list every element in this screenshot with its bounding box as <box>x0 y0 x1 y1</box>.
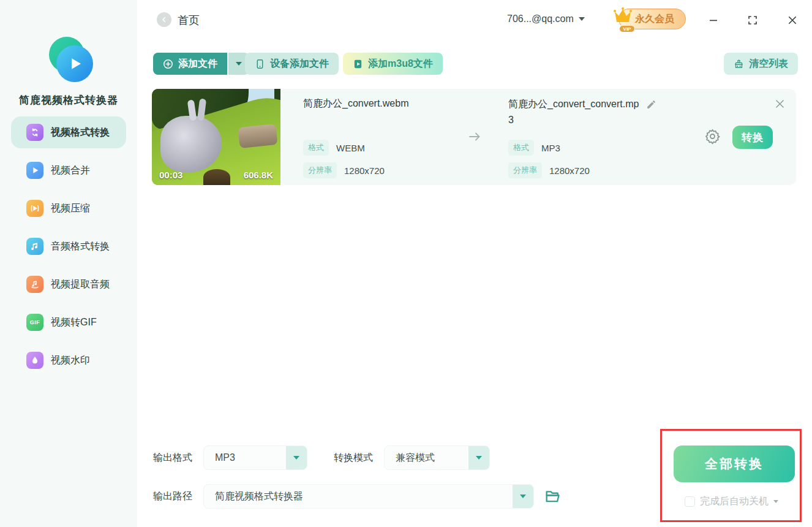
convert-mode-select[interactable]: 兼容模式 <box>384 445 490 470</box>
clear-list-label: 清空列表 <box>749 58 788 70</box>
page-title: 首页 <box>178 13 200 28</box>
resolution-tag: 分辨率 <box>508 162 542 178</box>
file-row: 00:03 606.8K 简鹿办公_convert.webm 格式 WEBM 分… <box>152 89 796 185</box>
video-compress-icon <box>26 200 43 217</box>
video-convert-icon <box>26 124 43 141</box>
convert-button[interactable]: 转换 <box>732 126 773 149</box>
convert-button-label: 转换 <box>742 131 764 145</box>
maximize-button[interactable] <box>746 13 759 27</box>
target-format-line: 格式 MP3 <box>508 140 560 156</box>
back-button[interactable] <box>157 12 171 27</box>
output-format-label: 输出格式 <box>153 445 192 470</box>
convert-all-label: 全部转换 <box>705 455 764 472</box>
sidebar-item-video-compress[interactable]: 视频压缩 <box>11 192 126 224</box>
output-format-select[interactable]: MP3 <box>203 445 307 470</box>
sidebar-item-label: 视频格式转换 <box>51 126 110 139</box>
output-path-label: 输出路径 <box>153 484 192 509</box>
dropdown-arrow <box>286 446 307 469</box>
source-resolution-line: 分辨率 1280x720 <box>303 162 385 178</box>
target-file-name: 简鹿办公_convert_convert.mp3 <box>508 96 641 128</box>
broom-icon <box>734 59 744 69</box>
sidebar-item-extract-audio[interactable]: 视频提取音频 <box>11 268 126 300</box>
vip-tag: VIP <box>619 25 635 32</box>
video-size: 606.8K <box>244 170 273 180</box>
sidebar-item-label: 视频提取音频 <box>51 278 110 291</box>
video-thumbnail: 00:03 606.8K <box>152 89 280 185</box>
back-arrow-icon <box>160 16 168 23</box>
source-format-value: WEBM <box>336 143 365 153</box>
video-merge-icon <box>26 162 43 179</box>
sidebar-item-audio-format-convert[interactable]: 音频格式转换 <box>11 230 126 262</box>
add-file-button-group: 添加文件 <box>153 53 249 75</box>
target-format-value: MP3 <box>541 143 560 153</box>
format-tag: 格式 <box>508 140 534 156</box>
dropdown-arrow <box>513 485 533 508</box>
sidebar-item-video-merge[interactable]: 视频合并 <box>11 154 126 186</box>
source-file-name: 简鹿办公_convert.webm <box>303 97 409 110</box>
auto-shutdown-checkbox[interactable] <box>685 496 695 507</box>
source-format-line: 格式 WEBM <box>303 140 365 156</box>
chevron-down-icon <box>293 456 299 460</box>
sidebar-item-label: 视频压缩 <box>51 202 90 215</box>
chevron-down-icon <box>476 456 482 460</box>
close-icon <box>787 15 798 26</box>
minimize-button[interactable] <box>707 13 720 27</box>
sidebar-item-video-format-convert[interactable]: 视频格式转换 <box>11 116 126 148</box>
vip-badge[interactable]: VIP 永久会员 <box>618 9 686 29</box>
remove-file-button[interactable] <box>774 98 786 112</box>
output-format-value: MP3 <box>204 446 286 469</box>
output-path-select[interactable]: 简鹿视频格式转换器 <box>203 484 534 509</box>
sidebar-item-video-to-gif[interactable]: GIF 视频转GIF <box>11 306 126 338</box>
dropdown-arrow <box>468 446 489 469</box>
app-logo-icon <box>44 36 93 85</box>
chevron-down-icon[interactable] <box>773 500 778 503</box>
audio-convert-icon <box>26 238 43 255</box>
open-folder-button[interactable] <box>544 488 561 507</box>
gear-icon <box>704 128 721 145</box>
sidebar-item-label: 视频合并 <box>51 164 90 177</box>
folder-icon <box>544 488 561 505</box>
add-m3u8-button[interactable]: 添加m3u8文件 <box>343 53 443 75</box>
extract-audio-icon <box>26 276 43 293</box>
sidebar-item-label: 视频水印 <box>51 354 90 367</box>
item-settings-button[interactable] <box>704 128 721 147</box>
clear-list-button[interactable]: 清空列表 <box>724 53 798 75</box>
device-add-file-button[interactable]: 设备添加文件 <box>245 53 339 75</box>
convert-mode-value: 兼容模式 <box>385 446 468 469</box>
chevron-down-icon <box>579 17 585 21</box>
chevron-down-icon <box>236 62 242 66</box>
maximize-icon <box>747 15 758 26</box>
edit-name-button[interactable] <box>646 99 656 112</box>
account-email: 706...@qq.com <box>507 13 574 25</box>
sidebar-item-label: 视频转GIF <box>51 316 97 329</box>
add-file-button[interactable]: 添加文件 <box>153 53 227 75</box>
target-resolution-value: 1280x720 <box>549 165 590 176</box>
phone-icon <box>255 59 265 69</box>
close-icon <box>774 98 786 110</box>
add-file-label: 添加文件 <box>178 58 217 70</box>
gif-icon: GIF <box>26 314 43 331</box>
convert-direction-arrow-icon <box>467 129 482 146</box>
close-button[interactable] <box>786 13 799 27</box>
video-duration: 00:03 <box>159 170 182 180</box>
watermark-drop-icon <box>26 352 43 369</box>
output-path-value: 简鹿视频格式转换器 <box>204 485 513 508</box>
sidebar-item-video-watermark[interactable]: 视频水印 <box>11 344 126 376</box>
auto-shutdown-control[interactable]: 完成后自动关机 <box>685 495 778 508</box>
convert-all-button[interactable]: 全部转换 <box>674 445 795 482</box>
format-tag: 格式 <box>303 140 329 156</box>
pencil-icon <box>646 99 656 110</box>
add-m3u8-label: 添加m3u8文件 <box>368 58 433 70</box>
minimize-icon <box>708 15 719 26</box>
convert-mode-label: 转换模式 <box>334 445 373 470</box>
plus-circle-icon <box>163 59 173 69</box>
sidebar: 简鹿视频格式转换器 视频格式转换 视频合并 视频压缩 <box>0 0 137 527</box>
auto-shutdown-label: 完成后自动关机 <box>700 495 769 508</box>
sidebar-item-label: 音频格式转换 <box>51 240 110 253</box>
device-add-file-label: 设备添加文件 <box>270 58 329 70</box>
account-menu[interactable]: 706...@qq.com <box>507 13 599 25</box>
app-title: 简鹿视频格式转换器 <box>0 93 137 107</box>
resolution-tag: 分辨率 <box>303 162 337 178</box>
chevron-down-icon <box>520 495 526 498</box>
source-resolution-value: 1280x720 <box>344 165 385 176</box>
